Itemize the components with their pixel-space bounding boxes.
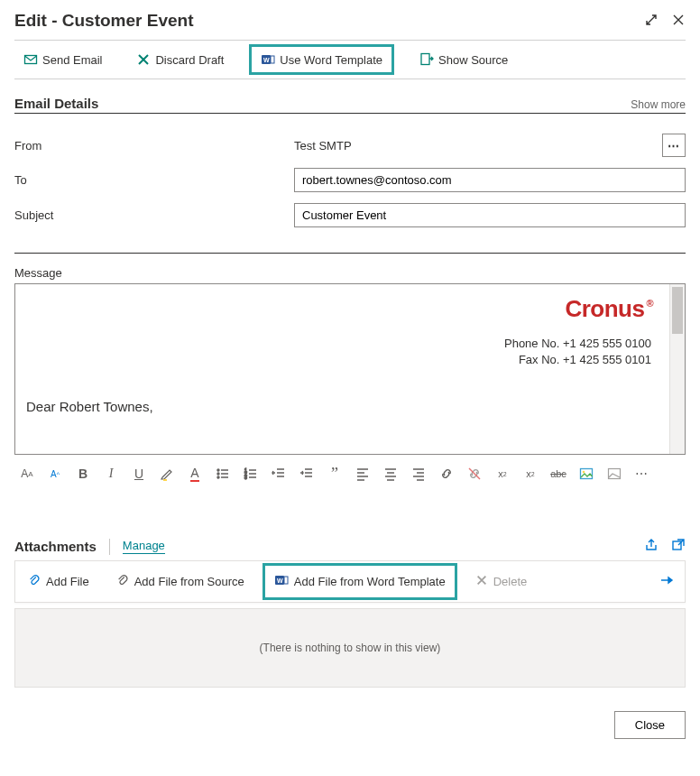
insert-table-button[interactable] xyxy=(603,464,625,484)
add-file-button[interactable]: Add File xyxy=(19,566,98,597)
show-more-link[interactable]: Show more xyxy=(631,98,686,111)
section-divider xyxy=(14,253,686,254)
add-file-from-word-template-label: Add File from Word Template xyxy=(294,575,446,588)
add-file-from-source-button[interactable]: Add File from Source xyxy=(107,566,253,597)
send-email-icon xyxy=(23,52,38,67)
editor-scrollbar[interactable] xyxy=(669,284,685,454)
separator xyxy=(109,539,110,555)
svg-rect-16 xyxy=(284,577,288,584)
highlight-button[interactable] xyxy=(156,464,178,484)
indent-button[interactable] xyxy=(296,464,318,484)
message-label: Message xyxy=(14,266,686,280)
from-label: From xyxy=(14,139,294,152)
delete-icon xyxy=(475,574,488,589)
align-center-button[interactable] xyxy=(380,464,401,484)
expand-icon[interactable] xyxy=(644,13,659,30)
paperclip-icon xyxy=(116,573,129,590)
email-details-section-header: Email Details Show more xyxy=(14,96,686,114)
svg-rect-2 xyxy=(271,56,274,63)
word-template-icon: W xyxy=(274,573,289,590)
brand-logo: Cronus® xyxy=(26,295,651,323)
from-lookup-button[interactable]: ⋯ xyxy=(662,134,686,157)
rich-text-toolbar: AA A^ B I U A 123 ” x2 x2 abc ⋯ xyxy=(14,460,686,487)
svg-point-6 xyxy=(217,473,219,475)
subject-label: Subject xyxy=(14,208,294,222)
more-formatting-button[interactable]: ⋯ xyxy=(631,464,653,484)
subscript-button[interactable]: x2 xyxy=(520,464,541,484)
attachments-title: Attachments xyxy=(14,539,97,554)
show-source-button[interactable]: Show Source xyxy=(410,47,517,72)
subject-input[interactable] xyxy=(294,203,686,227)
fax-line: Fax No. +1 425 555 0101 xyxy=(26,352,651,368)
bold-button[interactable]: B xyxy=(72,464,94,484)
font-color-button[interactable]: A xyxy=(184,464,206,484)
svg-text:W: W xyxy=(277,577,283,584)
svg-point-12 xyxy=(583,471,585,474)
empty-text: (There is nothing to show in this view) xyxy=(260,642,441,654)
italic-button[interactable]: I xyxy=(100,464,122,484)
attachments-toolbar: Add File Add File from Source W Add File… xyxy=(14,560,686,603)
svg-text:3: 3 xyxy=(244,475,247,480)
discard-draft-button[interactable]: Discard Draft xyxy=(127,47,233,72)
align-right-button[interactable] xyxy=(408,464,429,484)
bulleted-list-button[interactable] xyxy=(212,464,234,484)
from-value: Test SMTP xyxy=(294,139,352,152)
use-word-template-label: Use Word Template xyxy=(280,53,382,67)
superscript-button[interactable]: x2 xyxy=(492,464,513,484)
discard-icon xyxy=(136,52,151,67)
delete-button[interactable]: Delete xyxy=(466,567,537,596)
link-button[interactable] xyxy=(436,464,457,484)
insert-image-button[interactable] xyxy=(576,464,597,484)
unlink-button[interactable] xyxy=(464,464,485,484)
paperclip-icon xyxy=(28,573,41,590)
send-email-label: Send Email xyxy=(42,53,102,67)
registered-mark-icon: ® xyxy=(646,298,653,309)
phone-line: Phone No. +1 425 555 0100 xyxy=(26,336,651,352)
message-editor[interactable]: Cronus® Phone No. +1 425 555 0100 Fax No… xyxy=(14,283,686,455)
discard-draft-label: Discard Draft xyxy=(155,53,224,67)
svg-rect-14 xyxy=(673,541,681,550)
quote-button[interactable]: ” xyxy=(324,464,345,484)
add-file-label: Add File xyxy=(46,575,89,588)
svg-point-5 xyxy=(217,469,219,471)
svg-text:W: W xyxy=(263,57,270,63)
pin-icon[interactable] xyxy=(659,573,681,590)
share-icon[interactable] xyxy=(644,538,659,555)
font-size-decrease-button[interactable]: A^ xyxy=(44,464,66,484)
popout-icon[interactable] xyxy=(671,538,686,555)
numbered-list-button[interactable]: 123 xyxy=(240,464,262,484)
close-button[interactable]: Close xyxy=(614,711,686,739)
manage-link[interactable]: Manage xyxy=(123,539,165,554)
svg-point-7 xyxy=(217,476,219,478)
to-input[interactable] xyxy=(294,168,686,192)
strikethrough-button[interactable]: abc xyxy=(548,464,569,484)
use-word-template-button[interactable]: W Use Word Template xyxy=(249,44,394,75)
action-toolbar: Send Email Discard Draft W Use Word Temp… xyxy=(14,40,686,79)
svg-rect-4 xyxy=(421,54,429,65)
show-source-label: Show Source xyxy=(438,53,508,67)
show-source-icon xyxy=(419,52,434,67)
add-file-from-word-template-button[interactable]: W Add File from Word Template xyxy=(262,563,457,600)
to-label: To xyxy=(14,173,294,187)
dialog-header: Edit - Customer Event xyxy=(14,11,686,36)
add-file-from-source-label: Add File from Source xyxy=(134,575,244,588)
underline-button[interactable]: U xyxy=(128,464,150,484)
send-email-button[interactable]: Send Email xyxy=(14,47,111,72)
dialog-title: Edit - Customer Event xyxy=(14,11,193,31)
salutation-text: Dear Robert Townes, xyxy=(26,399,651,414)
close-icon[interactable] xyxy=(671,13,686,30)
delete-label: Delete xyxy=(493,575,528,588)
align-left-button[interactable] xyxy=(352,464,373,484)
attachments-empty-view: (There is nothing to show in this view) xyxy=(14,608,686,688)
outdent-button[interactable] xyxy=(268,464,290,484)
font-size-increase-button[interactable]: AA xyxy=(16,464,38,484)
email-details-title: Email Details xyxy=(14,96,98,111)
word-template-icon: W xyxy=(261,52,275,67)
